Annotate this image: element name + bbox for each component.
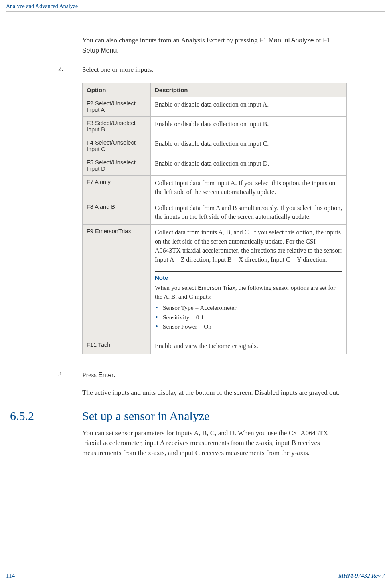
- after-step3-paragraph: The active inputs and units display at t…: [82, 388, 347, 398]
- step-3-number: 3.: [58, 370, 82, 380]
- desc-cell: Collect input data from input A. If you …: [151, 175, 347, 200]
- note-label: Note: [155, 273, 342, 282]
- note-bottom-rule: [155, 333, 342, 333]
- option-cell: F4 Select/Unselect Input C: [83, 136, 151, 156]
- table-row: F5 Select/Unselect Input D Enable or dis…: [83, 156, 347, 175]
- note-block: Note When you select Emerson Triax, the …: [155, 271, 342, 333]
- section-number: 6.5.2: [10, 409, 82, 423]
- option-cell: F7 A only: [83, 175, 151, 200]
- desc-cell: Enable or disable data collection on inp…: [151, 97, 347, 116]
- table-row: F7 A only Collect input data from input …: [83, 175, 347, 200]
- option-cell: F2 Select/Unselect Input A: [83, 97, 151, 116]
- table-row: F2 Select/Unselect Input A Enable or dis…: [83, 97, 347, 116]
- table-row: F11 Tach Enable and view the tachometer …: [83, 338, 347, 354]
- step-3: 3. Press Enter.: [58, 370, 347, 380]
- step3-prefix: Press: [82, 371, 98, 379]
- option-cell: F8 A and B: [83, 200, 151, 225]
- option-cell: F3 Select/Unselect Input B: [83, 116, 151, 136]
- option-cell: F9 EmersonTriax: [83, 225, 151, 338]
- table-row: F3 Select/Unselect Input B Enable or dis…: [83, 116, 347, 136]
- section-heading: 6.5.2 Set up a sensor in Analyze: [10, 409, 347, 423]
- desc-cell: Collect input data from A and B simultan…: [151, 200, 347, 225]
- table-row: F9 EmersonTriax Collect data from inputs…: [83, 225, 347, 338]
- table-row: F4 Select/Unselect Input C Enable or dis…: [83, 136, 347, 156]
- desc-cell: Collect data from inputs A, B, and C. If…: [151, 225, 347, 338]
- desc-text: Collect data from inputs A, B, and C. If…: [155, 229, 342, 263]
- doc-id: MHM-97432 Rev 7: [338, 572, 385, 579]
- step3-suffix: .: [113, 371, 115, 379]
- section-paragraph: You can set sensor parameters for inputs…: [82, 428, 347, 458]
- options-table: Option Description F2 Select/Unselect In…: [82, 83, 347, 354]
- intro-middle: or: [314, 36, 323, 44]
- list-item: Sensitivity = 0.1: [155, 313, 342, 322]
- breadcrumb: Analyze and Advanced Analyze: [0, 0, 391, 11]
- note-code: Emerson Triax: [198, 285, 235, 291]
- desc-cell: Enable or disable data collection on inp…: [151, 136, 347, 156]
- note-list: Sensor Type = Accelerometer Sensitivity …: [155, 303, 342, 331]
- intro-code1: F1 Manual Analyze: [259, 37, 314, 44]
- section-title: Set up a sensor in Analyze: [82, 409, 209, 423]
- th-description: Description: [151, 83, 347, 97]
- desc-cell: Enable or disable data collection on inp…: [151, 116, 347, 136]
- table-row: F8 A and B Collect input data from A and…: [83, 200, 347, 225]
- intro-paragraph: You can also change inputs from an Analy…: [82, 36, 347, 55]
- intro-prefix: You can also change inputs from an Analy…: [82, 36, 259, 44]
- step-2-text: Select one or more inputs.: [82, 65, 154, 75]
- note-prefix: When you select: [155, 284, 198, 291]
- main-content: You can also change inputs from an Analy…: [0, 12, 391, 458]
- footer: 114 MHM-97432 Rev 7: [6, 569, 385, 579]
- note-text: When you select Emerson Triax, the follo…: [155, 283, 342, 301]
- step-3-text: Press Enter.: [82, 370, 115, 380]
- page-number: 114: [6, 572, 15, 579]
- note-top-rule: [155, 271, 342, 272]
- footer-rule: [6, 569, 385, 569]
- list-item: Sensor Power = On: [155, 322, 342, 331]
- desc-cell: Enable and view the tachometer signals.: [151, 338, 347, 354]
- option-cell: F11 Tach: [83, 338, 151, 354]
- step-2-number: 2.: [58, 65, 82, 75]
- desc-cell: Enable or disable data collection on inp…: [151, 156, 347, 175]
- step3-code: Enter: [98, 372, 113, 378]
- option-cell: F5 Select/Unselect Input D: [83, 156, 151, 175]
- intro-suffix: .: [117, 46, 118, 54]
- th-option: Option: [83, 83, 151, 97]
- list-item: Sensor Type = Accelerometer: [155, 303, 342, 312]
- step-2: 2. Select one or more inputs.: [58, 65, 347, 75]
- footer-row: 114 MHM-97432 Rev 7: [6, 572, 385, 579]
